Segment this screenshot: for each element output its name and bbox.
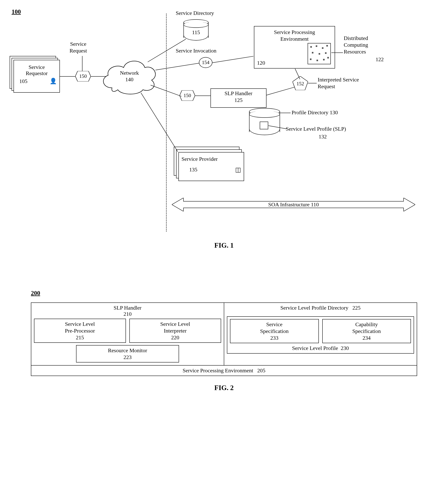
spe-row: Service Processing Environment 205 [31,365,417,376]
divider-dashed [166,14,167,232]
slpd-title: Service Level Profile Directory [280,305,348,311]
service-requestor-stack: Service Requestor 105 👤 [10,56,60,93]
slp-handler-number: 210 [124,311,132,317]
spe-title: Service Processing Environment [256,28,333,42]
circle-label: 154 [202,60,209,65]
figure-number: 200 [31,290,417,297]
soa-label: SOA Infrastructure [268,202,310,208]
figure-caption: FIG. 1 [8,241,440,249]
slp-handler-panel: SLP Handler 210 Service Level Pre-Proces… [31,303,224,365]
service-directory-db: 115 [184,19,208,40]
connector-line [195,95,210,96]
service-provider-title: Service Provider [182,156,218,162]
figure-caption: FIG. 2 [31,384,417,392]
service-request-label: Service Request [70,40,87,54]
service-invocation-label: Service Invocation [176,47,216,54]
leader-line [308,83,317,83]
spe-number: 120 [257,59,265,66]
slp-label: Service Level Profile (SLP) [286,125,346,132]
service-requestor-number: 105 [19,78,27,84]
service-processing-environment-box: Service Processing Environment 120 [254,26,335,69]
hex-label: 150 [75,71,91,81]
pentagon-label: 152 [293,76,308,90]
service-level-interpreter-box: Service Level Interpreter 220 [129,319,221,343]
hex-node: 150 [180,90,195,101]
isr-label: Interpreted Service Request [318,76,359,90]
outer-pane: SLP Handler 210 Service Level Pre-Proces… [31,302,417,376]
service-provider-number: 135 [182,167,197,173]
slpd-number: 225 [352,305,360,311]
network-number: 140 [125,76,133,83]
slp-directory-panel: Service Level Profile Directory 225 Serv… [224,303,417,365]
slp-number: 132 [319,133,327,140]
network-cloud: Network 140 [100,57,158,95]
dcr-label: Distributed Computing Resources [344,35,368,55]
slp-handler-title: SLP Handler [213,90,264,97]
leader-line [331,53,343,53]
pentagon-node: 152 [293,76,308,90]
network-label: Network [120,70,139,76]
leader-line [280,113,291,113]
hex-label: 150 [180,90,195,101]
dcr-number: 122 [376,56,384,63]
slp-icon [260,122,268,129]
service-level-profile-box: Service Specification 233 Capability Spe… [227,316,414,353]
connector-line [60,76,75,77]
slp-handler-number: 125 [213,97,264,103]
connector-line [212,56,254,63]
service-specification-box: Service Specification 233 [230,319,319,343]
spe-number: 205 [257,368,265,374]
service-directory-label: Service Directory [176,10,214,16]
soa-infrastructure-arrow: SOA Infrastructure 110 [172,198,415,211]
resource-monitor-box: Resource Monitor 223 [76,345,179,362]
connector-line [141,93,178,152]
connector-line [266,87,295,95]
service-directory-number: 115 [184,29,208,36]
slp-handler-title: SLP Handler [113,305,141,311]
cube-icon: ◫ [235,166,241,173]
slp-handler-box: SLP Handler 125 [210,88,266,108]
circle-node: 154 [199,57,212,68]
capability-specification-box: Capability Specification 234 [322,319,411,343]
connector-line [155,63,199,70]
hex-node: 150 [75,71,91,81]
person-icon: 👤 [50,78,57,84]
service-level-preprocessor-box: Service Level Pre-Processor 215 [34,319,126,343]
profile-directory-db [249,108,280,135]
service-requestor-title: Service Requestor [14,64,59,76]
soa-number: 110 [311,202,319,208]
spe-title: Service Processing Environment [183,368,253,374]
leader-line [82,56,82,71]
profile-directory-label: Profile Directory 130 [292,109,338,116]
figure-number: 100 [12,8,21,16]
service-provider-stack: Service Provider 135 ◫ [174,147,243,181]
distributed-resources-icon [308,43,331,64]
slp-title: Service Level Profile [292,345,338,351]
slp-number: 230 [341,345,349,351]
